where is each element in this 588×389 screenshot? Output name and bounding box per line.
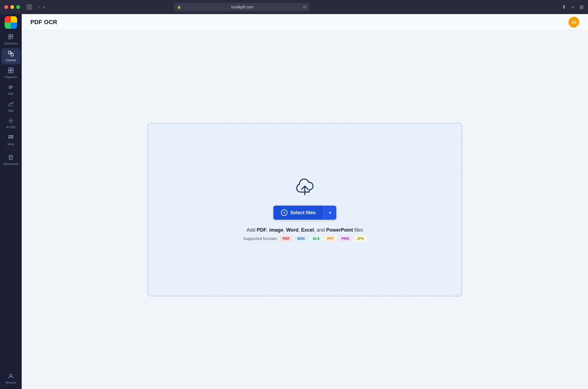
lock-icon: 🔒	[177, 5, 181, 9]
svg-rect-5	[8, 51, 11, 54]
page-header: PDF OCR JO	[22, 14, 588, 30]
svg-rect-9	[8, 71, 11, 73]
compress-icon	[8, 34, 14, 41]
svg-rect-7	[8, 68, 11, 70]
select-files-dropdown-button[interactable]: ▾	[323, 206, 336, 220]
sidebar-item-documents[interactable]: Documents	[1, 152, 20, 168]
svg-rect-2	[9, 37, 11, 39]
minimize-button[interactable]	[10, 5, 14, 9]
sidebar-item-more[interactable]: More	[1, 132, 20, 148]
compress-label: Compress	[4, 42, 18, 45]
sidebar-item-sign[interactable]: Sign	[1, 99, 20, 115]
file-info: Add PDF, image, Word, Excel, and PowerPo…	[243, 227, 366, 241]
app-container: Compress Convert Organize	[0, 14, 588, 389]
convert-label: Convert	[6, 59, 16, 62]
format-badge-png: PNG	[339, 236, 352, 241]
content-area: + Select files ▾ Add PDF, image, Word, E…	[22, 30, 588, 389]
format-badge-jpg: JPG	[354, 236, 367, 241]
svg-rect-23	[12, 137, 13, 138]
more-icon	[8, 135, 14, 141]
title-bar-actions: ⬆ ＋ ⊞	[562, 4, 584, 10]
ai-pdf-label: AI PDF	[6, 126, 15, 129]
svg-point-17	[10, 120, 12, 122]
sidebar-item-edit[interactable]: T Edit	[1, 82, 20, 98]
main-content: PDF OCR JO + Select files	[22, 14, 588, 389]
format-badge-pdf: PDF	[280, 236, 292, 241]
formats-row: Supported formats: PDF DOC XLS PPT PNG J…	[243, 236, 366, 241]
address-bar[interactable]: 🔒 smallpdf.com ↺	[174, 3, 309, 11]
sign-label: Sign	[8, 109, 14, 112]
sidebar-item-convert[interactable]: Convert	[1, 48, 20, 64]
drop-zone[interactable]: + Select files ▾ Add PDF, image, Word, E…	[148, 123, 462, 296]
title-bar: ‹ › 🔒 smallpdf.com ↺ ⬆ ＋ ⊞	[0, 0, 588, 14]
back-button[interactable]: ‹	[37, 4, 41, 11]
file-info-main: Add PDF, image, Word, Excel, and PowerPo…	[243, 227, 366, 233]
traffic-lights	[4, 5, 20, 9]
svg-rect-0	[9, 35, 11, 37]
account-label: Account	[5, 381, 16, 384]
supported-formats-label: Supported formats:	[243, 236, 278, 241]
svg-rect-18	[8, 135, 10, 137]
user-avatar[interactable]: JO	[568, 17, 579, 28]
sidebar-toggle-button[interactable]	[27, 5, 32, 9]
convert-icon	[8, 51, 14, 57]
format-badge-ppt: PPT	[324, 236, 337, 241]
reload-button[interactable]: ↺	[303, 5, 306, 9]
select-files-label: Select files	[290, 210, 316, 216]
svg-point-16	[12, 102, 13, 103]
sidebar-item-ai-pdf[interactable]: AI PDF	[1, 115, 20, 132]
cloud-upload-icon	[294, 178, 316, 197]
account-icon	[8, 373, 14, 380]
svg-point-28	[10, 374, 12, 376]
svg-rect-1	[11, 35, 13, 37]
plus-icon: +	[281, 209, 287, 216]
share-button[interactable]: ⬆	[562, 4, 566, 10]
sidebar-divider	[4, 150, 18, 150]
svg-rect-8	[11, 68, 13, 70]
dropdown-arrow-icon: ▾	[329, 210, 331, 215]
app-logo[interactable]	[5, 16, 17, 29]
more-label: More	[7, 142, 14, 146]
svg-rect-19	[10, 135, 12, 137]
ai-pdf-icon	[8, 118, 14, 125]
svg-text:T: T	[11, 88, 12, 90]
documents-icon	[8, 154, 14, 161]
organize-icon	[8, 67, 14, 74]
svg-rect-10	[11, 71, 13, 73]
new-tab-button[interactable]: ＋	[570, 4, 575, 10]
nav-arrows: ‹ ›	[37, 4, 46, 11]
organize-label: Organize	[5, 75, 17, 79]
edit-icon: T	[8, 84, 14, 91]
svg-rect-21	[8, 137, 10, 138]
page-title: PDF OCR	[30, 19, 57, 26]
svg-rect-6	[11, 53, 13, 56]
forward-button[interactable]: ›	[42, 4, 46, 11]
tabs-button[interactable]: ⊞	[580, 4, 584, 10]
select-files-button-group: + Select files ▾	[273, 206, 336, 220]
sidebar-item-organize[interactable]: Organize	[1, 65, 20, 81]
edit-label: Edit	[8, 92, 14, 96]
sidebar-item-compress[interactable]: Compress	[1, 31, 20, 48]
sign-icon	[8, 101, 14, 108]
maximize-button[interactable]	[16, 5, 20, 9]
sidebar-item-account[interactable]: Account	[1, 371, 20, 387]
format-badge-doc: DOC	[295, 236, 308, 241]
sidebar: Compress Convert Organize	[0, 14, 22, 389]
svg-rect-22	[10, 137, 12, 138]
upload-icon-container	[294, 178, 316, 198]
svg-rect-20	[12, 135, 13, 137]
format-badge-xls: XLS	[310, 236, 322, 241]
url-text: smallpdf.com	[183, 5, 301, 9]
select-files-button[interactable]: + Select files	[273, 206, 323, 220]
documents-label: Documents	[3, 162, 18, 166]
close-button[interactable]	[4, 5, 8, 9]
